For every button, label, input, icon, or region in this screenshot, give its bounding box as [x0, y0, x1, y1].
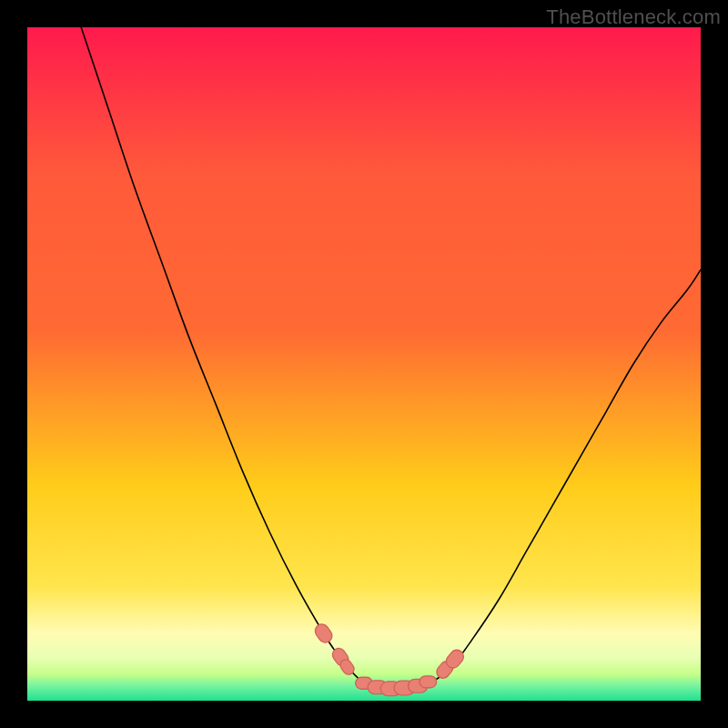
marker-layer: [27, 27, 701, 701]
plot-area: [27, 27, 701, 701]
watermark-text: TheBottleneck.com: [546, 5, 721, 29]
curve-marker: [312, 622, 334, 645]
curve-marker: [420, 676, 437, 688]
chart-frame: TheBottleneck.com: [0, 0, 728, 728]
